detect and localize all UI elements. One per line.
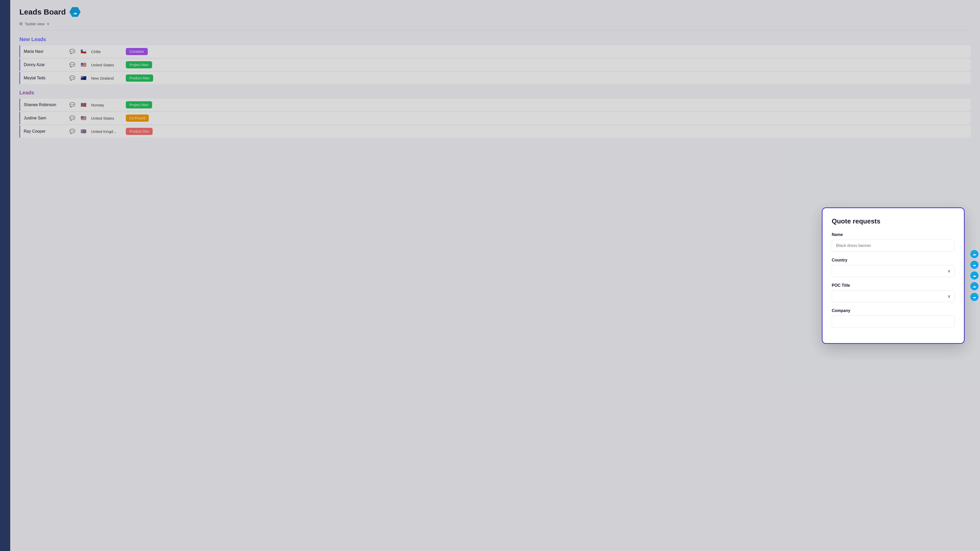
- poc-title-label: POC Title: [832, 283, 955, 288]
- poc-title-form-group: POC Title Mr. Ms. Dr.: [832, 283, 955, 302]
- company-label: Company: [832, 308, 955, 313]
- name-label: Name: [832, 232, 955, 237]
- country-select[interactable]: United States New Zealand Norway United …: [832, 265, 955, 277]
- modal-overlay: Quote requests Name Country United State…: [0, 0, 980, 551]
- country-label: Country: [832, 258, 955, 262]
- sf-icon-2[interactable]: ☁: [970, 261, 978, 269]
- sf-icon-1[interactable]: ☁: [970, 250, 978, 258]
- country-form-group: Country United States New Zealand Norway…: [832, 258, 955, 277]
- sf-icon-4[interactable]: ☁: [970, 282, 978, 290]
- sf-icon-5[interactable]: ☁: [970, 293, 978, 301]
- name-input[interactable]: [832, 240, 955, 252]
- country-select-wrapper: United States New Zealand Norway United …: [832, 265, 955, 277]
- poc-title-select-wrapper: Mr. Ms. Dr.: [832, 290, 955, 302]
- name-form-group: Name: [832, 232, 955, 252]
- company-input[interactable]: [832, 316, 955, 328]
- modal-title: Quote requests: [832, 218, 955, 225]
- salesforce-right-sidebar: ☁ ☁ ☁ ☁ ☁: [969, 248, 980, 303]
- quote-requests-modal: Quote requests Name Country United State…: [822, 207, 965, 344]
- company-form-group: Company: [832, 308, 955, 328]
- sf-icon-3[interactable]: ☁: [970, 272, 978, 279]
- poc-title-select[interactable]: Mr. Ms. Dr.: [832, 290, 955, 302]
